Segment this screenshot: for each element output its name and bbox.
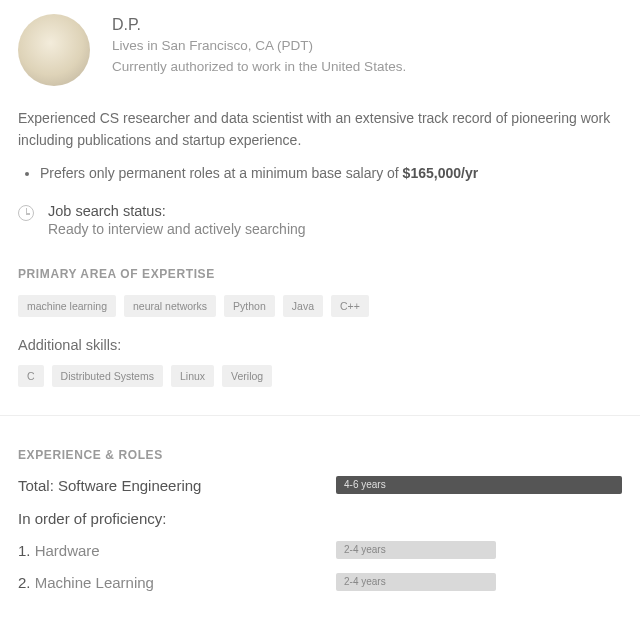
proficiency-label: 1. Hardware	[18, 542, 318, 559]
profile-name: D.P.	[112, 16, 406, 34]
proficiency-years: 2-4 years	[344, 544, 386, 555]
skill-tag: Python	[224, 295, 275, 317]
experience-heading: EXPERIENCE & ROLES	[18, 448, 622, 462]
proficiency-bar: 2-4 years	[336, 541, 496, 559]
skill-tag: C	[18, 365, 44, 387]
status-row: Job search status: Ready to interview an…	[18, 203, 622, 237]
preferences-list: Prefers only permanent roles at a minimu…	[18, 163, 622, 185]
salary-amount: $165,000/yr	[403, 165, 479, 181]
proficiency-heading: In order of proficiency:	[18, 510, 622, 527]
skill-tag: Verilog	[222, 365, 272, 387]
profile-header: D.P. Lives in San Francisco, CA (PDT) Cu…	[18, 14, 622, 86]
proficiency-bar-wrap: 2-4 years	[336, 573, 622, 591]
avatar	[18, 14, 90, 86]
skill-tag: Java	[283, 295, 323, 317]
skill-tag: Distributed Systems	[52, 365, 163, 387]
proficiency-bar: 2-4 years	[336, 573, 496, 591]
skill-tag: C++	[331, 295, 369, 317]
primary-skill-tags: machine learningneural networksPythonJav…	[18, 295, 622, 317]
proficiency-name: Hardware	[35, 542, 100, 559]
proficiency-label: 2. Machine Learning	[18, 574, 318, 591]
additional-skill-tags: CDistributed SystemsLinuxVerilog	[18, 365, 622, 387]
skill-tag: neural networks	[124, 295, 216, 317]
expertise-heading: PRIMARY AREA OF EXPERTISE	[18, 267, 622, 281]
proficiency-row: 1. Hardware2-4 years	[18, 541, 622, 559]
auth-line: Currently authorized to work in the Unit…	[112, 57, 406, 78]
location-line: Lives in San Francisco, CA (PDT)	[112, 36, 406, 57]
experience-total-years: 4-6 years	[344, 479, 386, 490]
proficiency-rank: 1.	[18, 542, 35, 559]
proficiency-name: Machine Learning	[35, 574, 154, 591]
status-value: Ready to interview and actively searchin…	[48, 221, 306, 237]
experience-total-label: Total: Software Engineering	[18, 477, 318, 494]
section-divider	[0, 415, 640, 416]
skill-tag: Linux	[171, 365, 214, 387]
summary-text: Experienced CS researcher and data scien…	[18, 108, 622, 151]
proficiency-rank: 2.	[18, 574, 35, 591]
experience-total-bar: 4-6 years	[336, 476, 622, 494]
additional-skills-heading: Additional skills:	[18, 337, 622, 353]
experience-total-row: Total: Software Engineering 4-6 years	[18, 476, 622, 494]
salary-preference: Prefers only permanent roles at a minimu…	[40, 163, 622, 185]
skill-tag: machine learning	[18, 295, 116, 317]
proficiency-years: 2-4 years	[344, 576, 386, 587]
proficiency-bar-wrap: 2-4 years	[336, 541, 622, 559]
status-label: Job search status:	[48, 203, 306, 219]
identity-block: D.P. Lives in San Francisco, CA (PDT) Cu…	[112, 14, 406, 86]
proficiency-list: 1. Hardware2-4 years2. Machine Learning2…	[18, 541, 622, 591]
salary-prefix: Prefers only permanent roles at a minimu…	[40, 165, 403, 181]
experience-total-bar-wrap: 4-6 years	[336, 476, 622, 494]
clock-icon	[18, 205, 34, 221]
proficiency-row: 2. Machine Learning2-4 years	[18, 573, 622, 591]
